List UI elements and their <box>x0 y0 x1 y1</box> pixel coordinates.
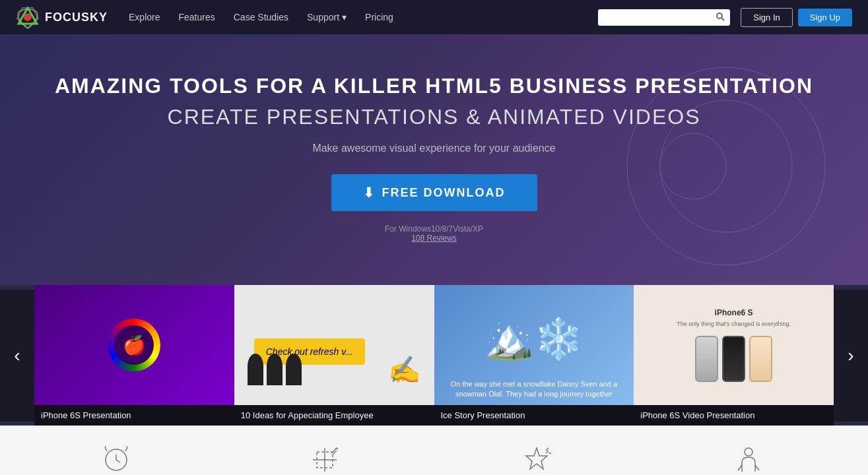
signin-button[interactable]: Sign In <box>741 8 792 27</box>
download-button[interactable]: ⬇ FREE DOWNLOAD <box>331 174 537 211</box>
reviews-link[interactable]: 108 Reviews <box>13 234 855 243</box>
carousel-prev-button[interactable]: ‹ <box>0 290 34 422</box>
search-input[interactable] <box>603 13 716 22</box>
hero-headline-1: AMAZING TOOLS FOR A KILLER HTML5 BUSINES… <box>13 74 855 98</box>
svg-line-13 <box>738 465 742 470</box>
svg-line-9 <box>546 448 549 451</box>
apple-ring: 🍎 <box>108 319 160 371</box>
canvas-icon <box>310 445 339 474</box>
svg-point-0 <box>24 13 32 21</box>
svg-point-1 <box>717 13 722 18</box>
chevron-down-icon: ▾ <box>342 12 347 22</box>
carousel-item-3[interactable]: iPhone6 S The only thing that's changed … <box>634 285 834 426</box>
svg-line-11 <box>546 451 549 453</box>
svg-line-2 <box>722 18 725 20</box>
carousel-item-1[interactable]: Check out refresh v... ✍ 10 Ideas for Ap… <box>234 285 434 426</box>
search-icon <box>716 12 725 21</box>
clock-icon <box>102 445 131 474</box>
nav-features[interactable]: Features <box>178 12 215 22</box>
animation-icon <box>522 445 551 474</box>
hero-section: AMAZING TOOLS FOR A KILLER HTML5 BUSINES… <box>0 34 868 285</box>
carousel-section: ‹ 🍎 iPhone 6S Presentation Check out ref… <box>0 285 868 426</box>
ice-story-text: On the way she met a snowflake Danny Sve… <box>434 379 634 398</box>
carousel-next-button[interactable]: › <box>834 290 868 422</box>
frozen-emoji: 🏔️❄️ <box>484 315 584 362</box>
pen-icon: ✍ <box>388 354 421 385</box>
nav-explore[interactable]: Explore <box>129 12 160 22</box>
logo-text: FOCUSKY <box>45 11 108 24</box>
carousel-caption-2: Ice Story Presentation <box>434 405 634 426</box>
search-box <box>598 9 730 26</box>
nav-pricing[interactable]: Pricing <box>365 12 393 22</box>
navbar: FOCUSKY Explore Features Case Studies Su… <box>0 0 868 34</box>
carousel-item-0[interactable]: 🍎 iPhone 6S Presentation <box>34 285 234 426</box>
carousel-item-2[interactable]: On the way she met a snowflake Danny Sve… <box>434 285 634 426</box>
carousel-caption-1: 10 Ideas for Appeciating Employee <box>234 405 434 426</box>
feature-item-2: Smooth animation and transition effects <box>464 445 609 475</box>
features-section: Professional results in just 5 minutes I… <box>0 426 868 475</box>
hero-subtext: Make awesome visual experience for your … <box>13 142 855 154</box>
search-button[interactable] <box>716 12 725 23</box>
carousel-caption-3: iPhone 6S Video Presentation <box>634 405 834 426</box>
nav-support[interactable]: Support ▾ <box>307 12 347 22</box>
svg-line-14 <box>755 465 759 470</box>
signup-button[interactable]: Sign Up <box>798 9 852 26</box>
logo[interactable]: FOCUSKY <box>16 5 108 29</box>
nav-case-studies[interactable]: Case Studies <box>234 12 288 22</box>
download-icon: ⬇ <box>363 185 376 201</box>
carousel-items: 🍎 iPhone 6S Presentation Check out refre… <box>34 285 834 426</box>
nav-links: Explore Features Case Studies Support ▾ … <box>129 12 598 22</box>
feature-item-0: Professional results in just 5 minutes <box>47 445 186 475</box>
svg-marker-8 <box>526 448 547 469</box>
feature-item-3: Tons of built-in templates and character… <box>676 445 821 475</box>
platform-text: For Windows10/8/7Vista/XP <box>13 224 855 234</box>
carousel-caption-0: iPhone 6S Presentation <box>34 405 234 426</box>
hero-headline-2: CREATE PRESENTATIONS & ANIMATED VIDEOS <box>13 105 855 129</box>
logo-icon <box>16 5 40 29</box>
feature-item-1: Infinite canvas & unlimited zoom and pan… <box>252 445 397 475</box>
svg-point-12 <box>745 448 752 456</box>
character-icon <box>734 445 763 474</box>
